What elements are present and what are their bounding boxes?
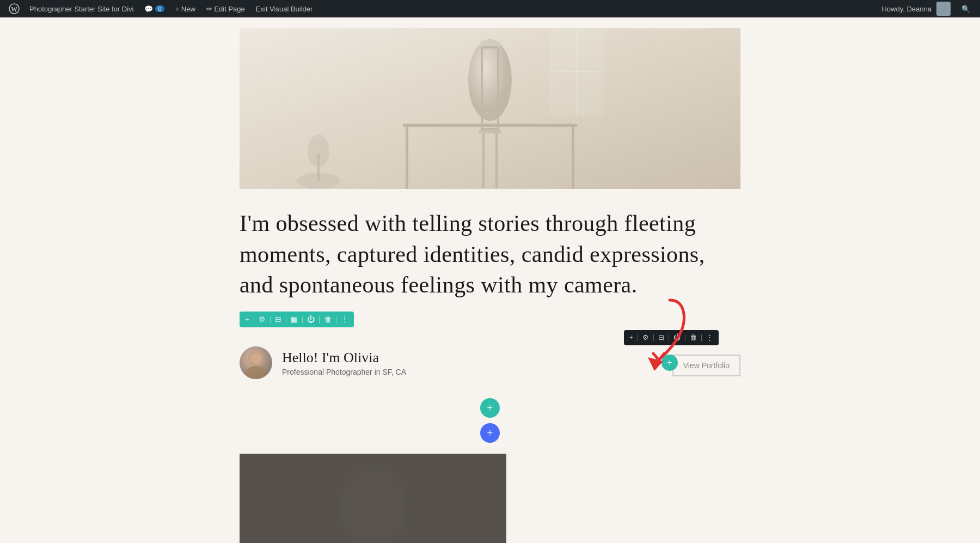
- red-arrow-indicator: [615, 295, 691, 381]
- hero-image: [240, 28, 740, 189]
- svg-rect-10: [482, 133, 485, 188]
- author-section: Hello! I'm Olivia Professional Photograp…: [240, 346, 406, 379]
- search-icon: 🔍: [961, 5, 970, 13]
- module-more-icon[interactable]: ⋮: [706, 333, 713, 342]
- site-title-link[interactable]: Photographer Starter Site for Divi: [25, 0, 138, 17]
- more-options-icon[interactable]: ⋮: [341, 315, 348, 324]
- exit-visual-builder-button[interactable]: Exit Visual Builder: [252, 0, 317, 17]
- toolbar-separator-1: [254, 316, 254, 324]
- toolbar-separator-3: [286, 316, 286, 324]
- svg-rect-4: [406, 127, 408, 189]
- divi-section-toolbar: + ⚙ ⊟ ▦ ⏻ 🗑 ⋮: [240, 312, 354, 327]
- svg-text:W: W: [11, 5, 17, 13]
- toolbar-separator-6: [336, 316, 336, 324]
- layout-icon[interactable]: ▦: [291, 315, 298, 324]
- svg-rect-5: [572, 127, 574, 189]
- comment-count: 0: [155, 5, 164, 12]
- hero-svg: [240, 28, 740, 189]
- svg-point-20: [250, 353, 261, 364]
- svg-point-19: [246, 366, 266, 379]
- duplicate-icon[interactable]: ⊟: [275, 315, 281, 324]
- svg-rect-17: [550, 71, 604, 72]
- disable-icon[interactable]: ⏻: [307, 315, 315, 324]
- avatar-image: [240, 346, 272, 379]
- module-sep-5: [701, 334, 702, 341]
- bottom-portfolio-image: [240, 454, 506, 543]
- author-title: Professional Photographer in SF, CA: [282, 368, 406, 376]
- avatar-svg: [240, 346, 272, 379]
- admin-bar-right: Howdy, Deanna 🔍: [877, 0, 975, 17]
- wp-logo[interactable]: W: [5, 0, 23, 17]
- delete-icon[interactable]: 🗑: [324, 315, 332, 324]
- add-section-button-blue[interactable]: +: [480, 423, 500, 443]
- portfolio-image-svg: [240, 454, 506, 543]
- new-button[interactable]: + New: [171, 0, 200, 17]
- comment-icon: 💬: [144, 5, 153, 13]
- admin-bar: W Photographer Starter Site for Divi 💬 0…: [0, 0, 980, 17]
- comment-link[interactable]: 💬 0: [140, 0, 168, 17]
- author-info: Hello! I'm Olivia Professional Photograp…: [282, 350, 406, 376]
- svg-rect-11: [495, 133, 498, 188]
- toolbar-separator-2: [270, 316, 271, 324]
- svg-point-6: [468, 39, 512, 121]
- settings-icon[interactable]: ⚙: [259, 315, 266, 324]
- hero-image-area: [0, 17, 980, 194]
- edit-page-button[interactable]: ✏ Edit Page: [202, 0, 249, 17]
- search-button[interactable]: 🔍: [957, 0, 975, 17]
- howdy-label[interactable]: Howdy, Deanna: [877, 0, 955, 17]
- author-name: Hello! I'm Olivia: [282, 350, 406, 366]
- page-content: I'm obsessed with telling stories throug…: [0, 0, 980, 543]
- svg-rect-3: [403, 124, 577, 127]
- bottom-section: •••: [240, 454, 740, 543]
- svg-point-14: [308, 135, 329, 167]
- toolbar-separator-5: [319, 316, 320, 324]
- add-row-button-teal[interactable]: +: [480, 398, 500, 418]
- toolbar-separator-4: [302, 316, 303, 324]
- add-row-container: + +: [0, 387, 980, 454]
- main-quote: I'm obsessed with telling stories throug…: [240, 208, 740, 301]
- add-module-icon[interactable]: +: [245, 315, 249, 324]
- user-avatar-small: [936, 2, 951, 16]
- author-avatar: [240, 346, 272, 379]
